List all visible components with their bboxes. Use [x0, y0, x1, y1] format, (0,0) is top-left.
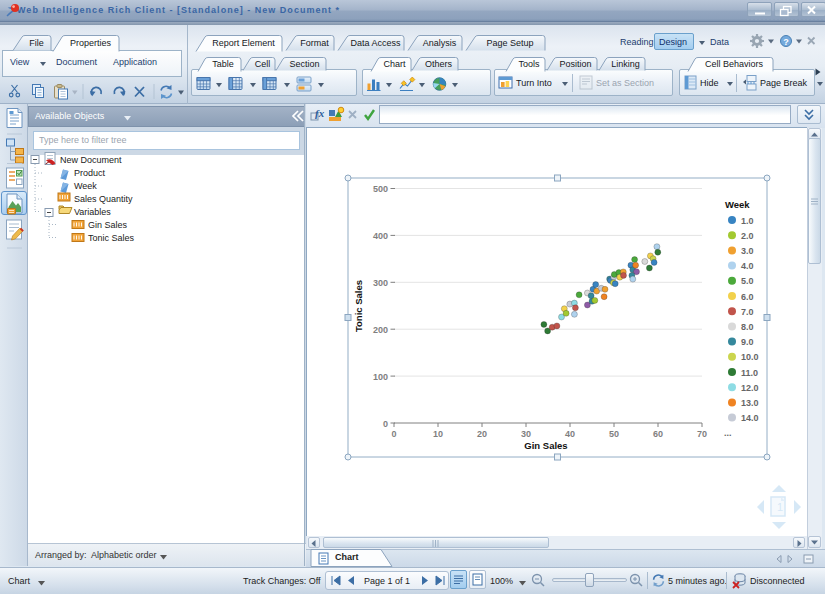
svg-text:10: 10 — [433, 429, 443, 439]
svg-text:500: 500 — [373, 184, 388, 194]
svg-text:30: 30 — [521, 429, 531, 439]
svg-text:Week: Week — [74, 181, 97, 191]
svg-text:70: 70 — [697, 429, 707, 439]
svg-text:Week: Week — [725, 199, 750, 210]
svg-text:10.0: 10.0 — [741, 352, 759, 362]
svg-text:New Document: New Document — [60, 155, 122, 165]
svg-text:40: 40 — [565, 429, 575, 439]
svg-text:9.0: 9.0 — [741, 337, 754, 347]
svg-text:200: 200 — [373, 325, 388, 335]
svg-text:11.0: 11.0 — [741, 368, 758, 378]
svg-text:1: 1 — [777, 501, 783, 513]
svg-text:14.0: 14.0 — [741, 413, 759, 423]
svg-text:Tonic Sales: Tonic Sales — [353, 280, 364, 332]
svg-text:3.0: 3.0 — [741, 246, 754, 256]
svg-text:Product: Product — [74, 168, 106, 178]
svg-text:Gin Sales: Gin Sales — [88, 220, 128, 230]
svg-text:400: 400 — [373, 231, 388, 241]
svg-text:7.0: 7.0 — [741, 307, 754, 317]
svg-text:12.0: 12.0 — [741, 383, 759, 393]
svg-text:Sales Quantity: Sales Quantity — [74, 194, 133, 204]
svg-text:300: 300 — [373, 278, 388, 288]
svg-text:Variables: Variables — [74, 207, 111, 217]
svg-text:8.0: 8.0 — [741, 322, 754, 332]
svg-text:?: ? — [783, 37, 789, 47]
svg-text:0: 0 — [391, 429, 396, 439]
svg-text:20: 20 — [477, 429, 487, 439]
svg-text:fx: fx — [315, 107, 325, 119]
svg-text:60: 60 — [653, 429, 663, 439]
svg-text:13.0: 13.0 — [741, 398, 759, 408]
svg-text:100: 100 — [373, 372, 388, 382]
svg-text:2.0: 2.0 — [741, 231, 754, 241]
svg-text:5.0: 5.0 — [741, 276, 754, 286]
svg-text:0: 0 — [383, 419, 388, 429]
svg-text:6.0: 6.0 — [741, 292, 754, 302]
svg-text:1.0: 1.0 — [741, 216, 754, 226]
svg-text:...: ... — [724, 428, 732, 438]
svg-text:50: 50 — [609, 429, 619, 439]
svg-text:Gin Sales: Gin Sales — [524, 440, 567, 451]
svg-text:Tonic Sales: Tonic Sales — [88, 233, 135, 243]
svg-text:4.0: 4.0 — [741, 261, 754, 271]
